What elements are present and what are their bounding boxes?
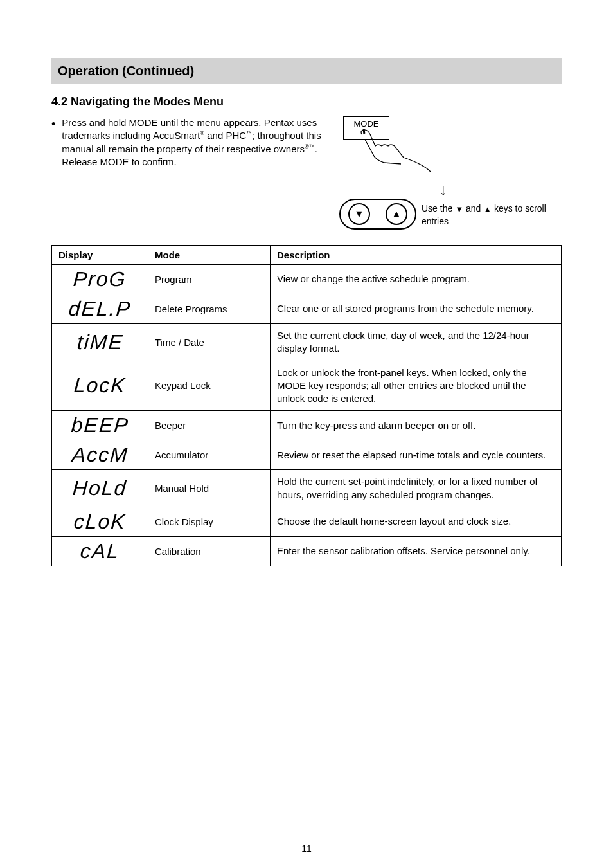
mode-name: Keypad Lock	[148, 361, 271, 411]
modes-table: Display Mode Description ProGProgramView…	[51, 245, 562, 566]
display-glyph: AccM	[52, 440, 148, 470]
display-glyph: bEEP	[52, 411, 148, 440]
display-glyph: ProG	[52, 265, 148, 294]
illustration: MODE ↓ ▼ ▲ Use the ▼ and ▲ keys to scrol…	[330, 116, 555, 239]
down-triangle-icon: ▼	[348, 203, 370, 225]
mode-description: Enter the sensor calibration offsets. Se…	[271, 536, 562, 566]
mode-description: Review or reset the elapsed run-time tot…	[271, 440, 562, 470]
mode-button-label: MODE	[354, 119, 379, 129]
mode-name: Beeper	[148, 411, 271, 440]
mode-name: Delete Programs	[148, 294, 271, 324]
mode-description: View or change the active schedule progr…	[271, 265, 562, 294]
display-glyph: HoLd	[52, 470, 148, 507]
arrow-down-icon: ↓	[440, 181, 447, 199]
mode-name: Program	[148, 265, 271, 294]
table-row: tiMETime / DateSet the current clock tim…	[52, 324, 562, 361]
display-glyph: cAL	[52, 536, 148, 566]
table-row: cLoKClock DisplayChoose the default home…	[52, 507, 562, 536]
col-display: Display	[52, 246, 148, 265]
table-row: AccMAccumulatorReview or reset the elaps…	[52, 440, 562, 470]
subheading: 4.2 Navigating the Modes Menu	[51, 95, 562, 109]
page-number: 11	[0, 844, 613, 854]
table-row: HoLdManual HoldHold the current set-poin…	[52, 470, 562, 507]
up-down-rocker: ▼ ▲	[339, 199, 416, 230]
mode-description: Lock or unlock the front-panel keys. Whe…	[271, 361, 562, 411]
table-header-row: Display Mode Description	[52, 246, 562, 265]
rocker-caption: Use the ▼ and ▲ keys to scroll entries	[422, 203, 556, 227]
mode-description: Clear one or all stored programs from th…	[271, 294, 562, 324]
mode-description: Turn the key-press and alarm beeper on o…	[271, 411, 562, 440]
table-row: ProGProgramView or change the active sch…	[52, 265, 562, 294]
table-row: LocKKeypad LockLock or unlock the front-…	[52, 361, 562, 411]
mode-description: Hold the current set-point indefinitely,…	[271, 470, 562, 507]
mode-name: Accumulator	[148, 440, 271, 470]
table-row: bEEPBeeperTurn the key-press and alarm b…	[52, 411, 562, 440]
mode-name: Calibration	[148, 536, 271, 566]
mode-name: Clock Display	[148, 507, 271, 536]
mode-description: Choose the default home-screen layout an…	[271, 507, 562, 536]
mode-description: Set the current clock time, day of week,…	[271, 324, 562, 361]
display-glyph: LocK	[52, 361, 148, 411]
display-glyph: dEL.P	[52, 294, 148, 324]
col-mode: Mode	[148, 246, 271, 265]
intro-paragraph: Press and hold MODE until the menu appea…	[62, 116, 323, 168]
hand-icon	[359, 128, 432, 173]
display-glyph: tiME	[52, 324, 148, 361]
col-description: Description	[271, 246, 562, 265]
table-row: dEL.PDelete ProgramsClear one or all sto…	[52, 294, 562, 324]
section-header-title: Operation (Continued)	[58, 64, 194, 78]
section-header: Operation (Continued)	[51, 58, 562, 84]
bullet-dot: •	[51, 118, 55, 168]
up-triangle-icon: ▲	[386, 203, 407, 225]
table-row: cALCalibrationEnter the sensor calibrati…	[52, 536, 562, 566]
display-glyph: cLoK	[52, 507, 148, 536]
mode-name: Time / Date	[148, 324, 271, 361]
mode-name: Manual Hold	[148, 470, 271, 507]
